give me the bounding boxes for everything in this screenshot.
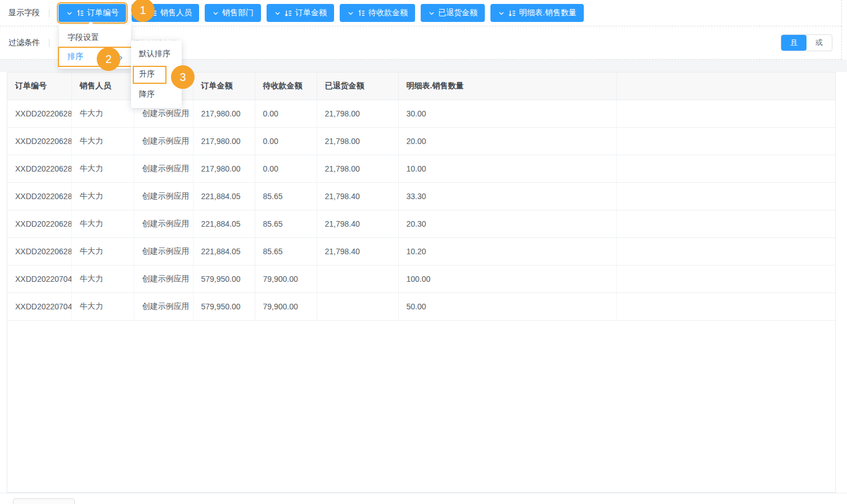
field-button-label: 销售人员 [160, 8, 192, 18]
cell-order-amount: 579,950.00 [193, 292, 255, 320]
field-button-label: 待收款金额 [368, 8, 408, 18]
report-table: 订单编号 销售人员 销售部门 订单金额 待收款金额 已退货金额 明细表.销售数量 [7, 72, 836, 493]
table-header-cell: 已退货金额 [317, 73, 398, 100]
field-button[interactable]: 订单金额 [267, 4, 334, 22]
cell-sales-qty: 10.20 [398, 237, 617, 265]
display-fields-label: 显示字段 [8, 8, 40, 18]
cell-order-no: XXDD2022062800007 [7, 210, 71, 237]
table-header-cell: 明细表.销售数量 [398, 73, 617, 100]
cell-pending-amount: 0.00 [255, 100, 317, 127]
field-button[interactable]: 销售部门 [205, 4, 261, 22]
table-header-cell: 订单金额 [193, 73, 255, 100]
cell-empty [617, 292, 836, 320]
cell-sales-person: 牛大力 [71, 127, 134, 155]
cell-returned-amount: 21,798.40 [317, 182, 398, 210]
cell-empty [617, 127, 836, 155]
cell-empty [617, 237, 836, 265]
table-row: XXDD2022062800007 牛大力 创建示例应用 221,884.05 … [7, 182, 835, 210]
chevron-down-icon [66, 10, 73, 17]
cell-order-no: XXDD2022070400001 [7, 265, 71, 292]
cell-sales-dept: 创建示例应用 [134, 155, 193, 182]
table-header-cell: 待收款金额 [255, 73, 317, 100]
cell-returned-amount: 21,798.00 [317, 100, 398, 127]
cell-pending-amount: 0.00 [255, 155, 317, 182]
cell-pending-amount: 85.65 [255, 237, 317, 265]
chevron-down-icon [498, 10, 505, 17]
display-fields-bar: 显示字段 订单编号 [0, 0, 842, 26]
cell-pending-amount: 85.65 [255, 182, 317, 210]
sort-descending-icon [508, 9, 516, 17]
field-settings-label: 字段设置 [67, 33, 99, 43]
cell-empty [617, 210, 836, 237]
and-option[interactable]: 且 [781, 35, 807, 51]
field-button[interactable]: 已退货金额 [421, 4, 485, 22]
cell-sales-dept: 创建示例应用 [134, 237, 193, 265]
or-option[interactable]: 或 [807, 35, 832, 51]
field-button-label: 订单金额 [295, 8, 327, 18]
bottom-divider [0, 493, 847, 493]
descending-label: 降序 [139, 89, 155, 100]
cell-pending-amount: 85.65 [255, 210, 317, 237]
cell-order-amount: 221,884.05 [193, 237, 255, 265]
cell-sales-person: 牛大力 [71, 155, 134, 182]
cell-sales-dept: 创建示例应用 [134, 292, 193, 320]
cell-order-amount: 217,980.00 [193, 155, 255, 182]
table-row: XXDD2022062800007 牛大力 创建示例应用 221,884.05 … [7, 210, 835, 237]
cell-order-amount: 217,980.00 [193, 127, 255, 155]
cell-sales-dept: 创建示例应用 [134, 182, 193, 210]
sort-descending-icon [284, 9, 292, 17]
cell-empty [617, 265, 836, 292]
cell-sales-dept: 创建示例应用 [134, 210, 193, 237]
table-header-cell: 订单编号 [7, 73, 71, 100]
cell-sales-person: 牛大力 [71, 100, 134, 127]
cell-order-no: XXDD2022062800006 [7, 100, 71, 127]
cell-sales-qty: 20.30 [398, 210, 617, 237]
field-button[interactable]: 明细表.销售数量 [490, 4, 584, 22]
cell-returned-amount: 21,798.40 [317, 237, 398, 265]
table-row: XXDD2022062800006 牛大力 创建示例应用 217,980.00 … [7, 155, 835, 182]
submenu-item-default-sort[interactable]: 默认排序 [131, 44, 182, 64]
cell-returned-amount: 21,798.00 [317, 127, 398, 155]
annotation-step-3: 3 [171, 65, 195, 89]
chevron-down-icon [212, 10, 219, 17]
field-button[interactable]: 订单编号 [58, 4, 126, 22]
cell-sales-qty: 50.00 [398, 292, 617, 320]
table-row: XXDD2022070400001 牛大力 创建示例应用 579,950.00 … [7, 265, 835, 292]
submenu-item-descending[interactable]: 降序 [131, 84, 182, 105]
table-row: XXDD2022062800006 牛大力 创建示例应用 217,980.00 … [7, 127, 835, 155]
cell-pending-amount: 0.00 [255, 127, 317, 155]
cell-empty [617, 100, 836, 127]
chevron-down-icon [428, 10, 435, 17]
cell-sales-person: 牛大力 [71, 292, 134, 320]
table-row: XXDD2022070400001 牛大力 创建示例应用 579,950.00 … [7, 292, 835, 320]
cell-order-no: XXDD2022062800006 [7, 155, 71, 182]
field-button-label: 明细表.销售数量 [519, 8, 576, 18]
ascending-label: 升序 [139, 69, 155, 79]
sort-ascending-icon [357, 9, 366, 17]
cell-empty [617, 155, 836, 182]
cell-sales-person: 牛大力 [71, 210, 134, 237]
cell-sales-person: 牛大力 [71, 265, 134, 292]
cell-order-no: XXDD2022062800007 [7, 237, 71, 265]
cell-sales-qty: 30.00 [398, 100, 617, 127]
cell-returned-amount: 21,798.40 [317, 210, 398, 237]
menu-item-sort[interactable]: 排序 › [59, 48, 131, 66]
cell-empty [617, 182, 836, 210]
menu-item-field-settings[interactable]: 字段设置 [59, 28, 131, 48]
cell-order-no: XXDD2022062800007 [7, 182, 71, 210]
divider [49, 39, 49, 47]
table-header-cell: 销售人员 [71, 73, 134, 100]
cell-order-amount: 221,884.05 [193, 210, 255, 237]
cell-sales-dept: 创建示例应用 [134, 127, 193, 155]
cell-order-amount: 221,884.05 [193, 182, 255, 210]
cell-sales-qty: 20.00 [398, 127, 617, 155]
default-sort-label: 默认排序 [139, 49, 170, 59]
bottom-partial-button[interactable] [13, 498, 75, 504]
cell-pending-amount: 79,900.00 [255, 292, 317, 320]
cell-order-amount: 579,950.00 [193, 265, 255, 292]
field-button-label: 销售部门 [222, 8, 254, 18]
chevron-down-icon [274, 10, 281, 17]
chevron-down-icon [347, 10, 354, 17]
filter-condition-label: 过滤条件 [8, 38, 40, 48]
field-button[interactable]: 待收款金额 [340, 4, 415, 22]
